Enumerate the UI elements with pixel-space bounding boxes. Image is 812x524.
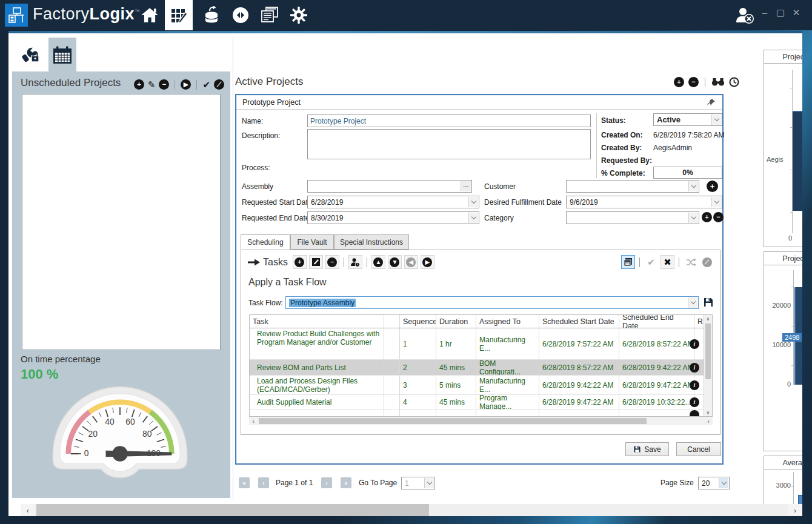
row-info-icon[interactable]: i [690, 397, 699, 407]
row-info-icon[interactable]: i [690, 339, 699, 349]
page-size-select[interactable]: 20 [698, 477, 730, 489]
table-horizontal-scrollbar[interactable]: ‹ › [249, 417, 713, 425]
first-page-button[interactable]: « [239, 477, 250, 488]
brand-wordmark: FactoryLogix™ [33, 5, 141, 24]
col-scheduled-start[interactable]: Scheduled Start Date [539, 315, 619, 328]
remove-task-button[interactable]: − [325, 255, 339, 269]
col-task[interactable]: Task [250, 315, 384, 328]
next-page-button[interactable]: › [321, 477, 332, 488]
col-assigned-to[interactable]: Assigned To [476, 315, 539, 328]
move-task-up-button[interactable]: ▲ [371, 255, 385, 269]
task-flow-combobox[interactable]: Prototype Assembly [285, 296, 699, 309]
confirm-icon[interactable]: ✔ [202, 80, 210, 89]
add-active-project-icon[interactable]: + [674, 77, 684, 87]
unscheduled-projects-list[interactable] [22, 94, 221, 350]
edit-task-button[interactable] [309, 255, 323, 269]
toolbar-divider [196, 80, 197, 90]
home-nav-icon[interactable] [136, 0, 164, 30]
tab-setup-tools[interactable] [17, 38, 45, 72]
col-r[interactable]: R [694, 315, 704, 328]
scrollbar-thumb[interactable] [259, 418, 647, 424]
add-project-icon[interactable]: + [134, 79, 144, 90]
scroll-right-icon[interactable]: › [704, 417, 713, 425]
remove-project-icon[interactable]: − [159, 79, 169, 90]
materials-nav-icon[interactable] [198, 0, 225, 30]
col-scheduled-end[interactable]: Scheduled End Date [619, 315, 694, 328]
requested-end-date-select[interactable]: 8/30/2019 [307, 211, 479, 224]
splitter[interactable] [233, 36, 233, 500]
customer-select[interactable] [566, 180, 699, 193]
assign-resource-button[interactable] [348, 255, 362, 269]
percent-complete-input[interactable] [653, 167, 722, 179]
scroll-down-icon[interactable]: ∨ [704, 409, 712, 416]
save-button[interactable]: Save [625, 442, 669, 456]
desired-fulfillment-date-select[interactable]: 9/6/2019 [566, 196, 722, 208]
table-row[interactable]: Load and Process Design Files (ECAD/MCAD… [250, 376, 712, 395]
schedule-view-button[interactable] [621, 255, 635, 269]
category-select[interactable] [566, 211, 699, 224]
maximize-button[interactable]: ▢ [774, 7, 787, 18]
scroll-left-icon[interactable]: ‹ [21, 504, 35, 516]
cancel-tasks-button[interactable]: ✖ [661, 255, 674, 269]
edit-project-icon[interactable]: ✎ [148, 80, 156, 89]
settings-gear-nav-icon[interactable] [285, 0, 313, 30]
remove-active-project-icon[interactable]: − [688, 77, 699, 87]
planner-nav-icon[interactable] [165, 0, 193, 30]
status-select[interactable]: Active [653, 113, 722, 126]
accept-tasks-button[interactable]: ✔ [644, 255, 658, 269]
content-horizontal-scrollbar[interactable]: ‹ › [21, 504, 802, 516]
history-clock-icon[interactable] [729, 77, 739, 87]
average-t-title: Average T [764, 456, 802, 469]
assembly-browse-button[interactable]: ⋯ [461, 181, 471, 191]
table-row[interactable]: Audit Supplied Material 4 45 mins Progra… [250, 395, 712, 410]
dropdown-arrow-icon [468, 197, 478, 207]
documents-nav-icon[interactable] [256, 0, 284, 30]
description-textarea[interactable] [307, 129, 591, 159]
move-task-down-button[interactable]: ▼ [388, 255, 402, 269]
requested-end-label: Requested End Date [242, 214, 309, 222]
name-input[interactable] [307, 114, 591, 127]
cancel-slash-icon[interactable]: ⟋ [214, 79, 224, 90]
scroll-up-icon[interactable]: ∧ [704, 315, 712, 322]
row-info-icon[interactable]: i [690, 380, 699, 390]
clear-tasks-button[interactable]: ⟋ [700, 255, 714, 269]
add-customer-icon[interactable]: + [707, 181, 718, 192]
tasks-arrow-icon [247, 257, 261, 267]
close-button[interactable]: ✕ [790, 7, 802, 18]
move-task-right-button[interactable]: ▶ [421, 255, 434, 269]
find-binoculars-icon[interactable] [711, 78, 725, 87]
col-sequence[interactable]: Sequence [400, 315, 436, 328]
previous-page-button[interactable]: ‹ [258, 477, 269, 488]
save-task-flow-icon[interactable] [703, 297, 714, 308]
table-vertical-scrollbar[interactable]: ∧ ∨ [704, 315, 712, 416]
tab-file-vault[interactable]: File Vault [290, 234, 334, 250]
scroll-right-icon[interactable]: › [788, 504, 802, 516]
row-info-icon[interactable]: i [690, 363, 699, 373]
add-category-icon[interactable]: + [702, 212, 712, 222]
col-duration[interactable]: Duration [436, 315, 476, 328]
unscheduled-projects-panel: Unscheduled Projects + ✎ − ▶ ✔ ⟋ On time… [12, 71, 230, 498]
tab-scheduling-calendar[interactable] [48, 38, 76, 72]
transfer-nav-icon[interactable] [227, 0, 255, 30]
last-page-button[interactable]: » [341, 477, 351, 488]
cancel-button[interactable]: Cancel [676, 442, 721, 456]
table-row-selected[interactable]: Review BOM and Parts List 2 45 mins BOM … [250, 360, 712, 376]
table-row[interactable]: Review Product Build Challenges with Pro… [250, 328, 712, 360]
pin-icon[interactable] [707, 98, 716, 107]
logout-user-icon[interactable] [734, 6, 755, 27]
remove-category-icon[interactable]: − [713, 212, 724, 222]
shuffle-tasks-button[interactable] [684, 255, 697, 269]
goto-page-select[interactable]: 1 [401, 477, 435, 489]
schedule-project-icon[interactable]: ▶ [181, 79, 191, 90]
tab-special-instructions[interactable]: Special Instructions [334, 234, 409, 250]
add-task-button[interactable]: + [293, 255, 307, 269]
scroll-left-icon[interactable]: ‹ [249, 417, 258, 425]
tab-scheduling[interactable]: Scheduling [241, 234, 290, 250]
scrollbar-thumb[interactable] [705, 323, 711, 379]
assembly-input[interactable]: ⋯ [307, 180, 472, 193]
projects-b-bar[interactable] [793, 111, 802, 211]
minimize-button[interactable]: – [759, 7, 771, 18]
move-task-left-button[interactable]: ◀ [404, 255, 418, 269]
scrollbar-thumb[interactable] [36, 504, 429, 516]
requested-start-date-select[interactable]: 6/28/2019 [307, 196, 479, 208]
